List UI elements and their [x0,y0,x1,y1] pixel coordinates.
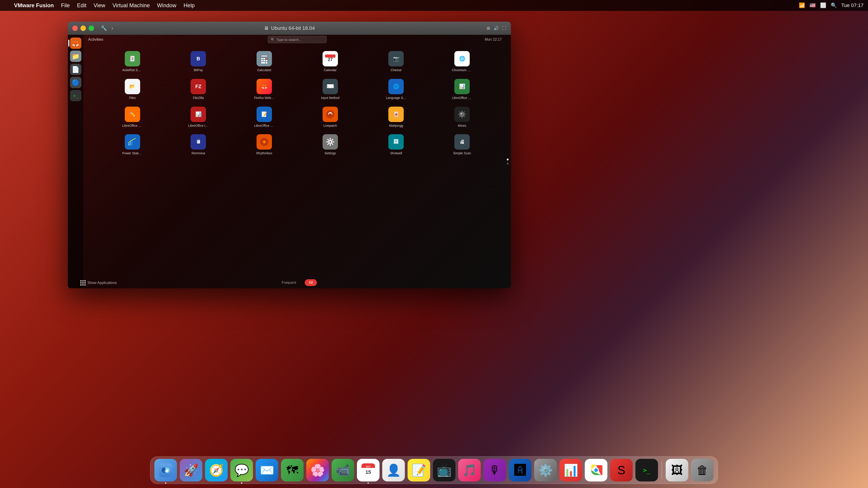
show-apps-button[interactable]: Show Applications [84,280,117,286]
svg-line-39 [328,139,329,140]
app-label: AisleRiot Solit... [122,68,143,72]
app-icon: B [191,51,206,66]
app-label: Calendar [324,68,337,72]
app-item-livepatch[interactable]: Livepatch [300,107,361,128]
app-item-libreoffice-im---[interactable]: 📊LibreOffice Im... [168,107,229,128]
svg-line-21 [459,111,460,112]
dock-icon-contacts[interactable]: 👤 [382,459,405,482]
dock-icon-app-store[interactable]: 🅰 [509,459,531,482]
menubar-edit[interactable]: Edit [77,2,86,8]
dock-icon-notes[interactable]: 📝 [408,459,430,482]
dock-icon-chrome[interactable] [585,459,608,482]
dock-icon-mail[interactable]: ✉️ [256,459,278,482]
app-item-aisleriot-solit---[interactable]: 🃏AisleRiot Solit... [102,51,163,72]
menubar-window[interactable]: Window [157,2,176,8]
sidebar-icon-software[interactable]: 🔵 [70,77,81,88]
menubar-search-icon[interactable]: 🔍 [831,2,837,8]
app-item-power-statistics[interactable]: Power Statistics [102,134,163,155]
app-item-calculator[interactable]: Calculator [234,51,295,72]
dock-icon-finder[interactable] [154,459,177,482]
app-item-calendar[interactable]: 27 Calendar [300,51,361,72]
app-item-files[interactable]: 📂Files [102,79,163,100]
app-icon: 🦊 [256,79,272,94]
app-item-language-sup---[interactable]: 🌐Language Sup... [366,79,427,100]
menubar-flag-icon: 🇺🇸 [809,2,815,8]
dock-icon-podcasts[interactable]: 🎙 [484,459,506,482]
menubar-file[interactable]: File [61,2,70,8]
app-item-settings[interactable]: Settings [300,134,361,155]
app-item-input-method[interactable]: ⌨Input Method [300,79,361,100]
app-icon: FZ [191,79,206,94]
app-item-libreoffice-dr---[interactable]: ✏️LibreOffice Dr... [102,107,163,128]
svg-rect-5 [261,60,263,61]
menubar-wifi-icon: 📶 [799,2,805,8]
app-item-rhythmbox[interactable]: Rhythmbox [234,134,295,155]
app-item-libreoffice-w---[interactable]: 📝LibreOffice W... [234,107,295,128]
app-item-libreoffice-calc[interactable]: 📊LibreOffice Calc [431,79,493,100]
menubar-left: VMware Fusion File Edit View Virtual Mac… [4,2,195,8]
app-item-firefox-web-b---[interactable]: 🦊Firefox Web B... [234,79,295,100]
dock-icon-calendar[interactable]: 15 SEP [357,459,379,482]
vmware-toolbar: 🔧 › [101,25,113,31]
dock-icon-system-preferences[interactable]: ⚙️ [534,459,557,482]
dock-icon-photos[interactable]: 🌸 [306,459,329,482]
frequent-tab[interactable]: Frequent [278,279,300,286]
menubar-view[interactable]: View [94,2,105,8]
sidebar-icon-files[interactable]: 📁 [70,51,81,62]
app-item-mines[interactable]: Mines [431,107,493,128]
dock-icon-messages[interactable]: 💬 [230,459,253,482]
sidebar-icon-texteditor[interactable]: 📄 [70,64,81,75]
app-item-simple-scan[interactable]: 🖨Simple Scan [431,134,493,155]
search-icon: 🔍 [271,38,275,41]
app-label: Cheese [391,68,401,72]
ubuntu-activities-label[interactable]: Activities [88,37,103,42]
maximize-button[interactable] [89,26,94,31]
all-tab[interactable]: All [305,279,317,286]
app-item-chromium-we---[interactable]: 🌐Chromium We... [431,51,493,72]
menubar-help[interactable]: Help [184,2,195,8]
app-icon: 🖥 [191,134,206,150]
vmware-ctrl3-icon[interactable]: ⛶ [502,26,506,31]
ubuntu-search-bar[interactable]: 🔍 Type to search... [268,36,327,43]
close-button[interactable] [72,26,78,31]
app-item-shotwell[interactable]: 🖼Shotwell [366,134,427,155]
dock-icon-preview[interactable]: 🖼 [666,459,688,482]
dock-icon-trash[interactable]: 🗑 [691,459,714,482]
app-item-filezilla[interactable]: FZFileZilla [168,79,229,100]
app-item-remmina[interactable]: 🖥Remmina [168,134,229,155]
sidebar-icon-terminal[interactable]: >_ [70,90,81,101]
dock-icon-scrobbles[interactable]: S [610,459,633,482]
app-label: Rhythmbox [256,151,272,155]
dock-icon-music[interactable]: 🎵 [458,459,481,482]
menubar-virtual-machine[interactable]: Virtual Machine [113,2,150,8]
svg-text:27: 27 [328,57,333,62]
app-icon [322,107,338,122]
dock-icon-launchpad[interactable]: 🚀 [180,459,202,482]
sidebar-icon-firefox[interactable]: 🦊 [70,37,81,49]
svg-point-15 [459,111,465,117]
app-item-bitpay[interactable]: BBitPay [168,51,229,72]
toolbar-forward-icon[interactable]: › [112,25,113,31]
pagination-dot-2 [507,163,508,164]
app-icon [125,134,140,150]
vmware-ctrl2-icon[interactable]: 🔊 [494,26,499,31]
toolbar-settings-icon[interactable]: 🔧 [101,25,107,31]
vmware-ctrl1-icon[interactable]: ⊞ [487,26,490,31]
app-label: Settings [324,151,336,155]
dock-icon-facetime[interactable]: 📹 [332,459,354,482]
dock-icon-instastats[interactable]: 📊 [559,459,582,482]
dock-icon-maps[interactable]: 🗺 [281,459,304,482]
svg-line-19 [459,116,460,117]
app-item-mahjongg[interactable]: 🀄Mahjongg [366,107,427,128]
app-label: Chromium We... [452,68,472,72]
app-icon: 🌐 [388,79,404,94]
vm-title-text: Ubuntu 64-bit 18.04 [271,25,315,31]
menubar-app-name[interactable]: VMware Fusion [14,2,54,8]
svg-point-46 [166,469,168,472]
minimize-button[interactable] [81,26,86,31]
dock-icon-terminal[interactable]: >_ [636,459,658,482]
app-label: BitPay [194,68,203,72]
app-item-cheese[interactable]: 📷Cheese [366,51,427,72]
dock-icon-safari[interactable]: 🧭 [205,459,228,482]
dock-icon-apple-tv[interactable]: 📺 [433,459,456,482]
